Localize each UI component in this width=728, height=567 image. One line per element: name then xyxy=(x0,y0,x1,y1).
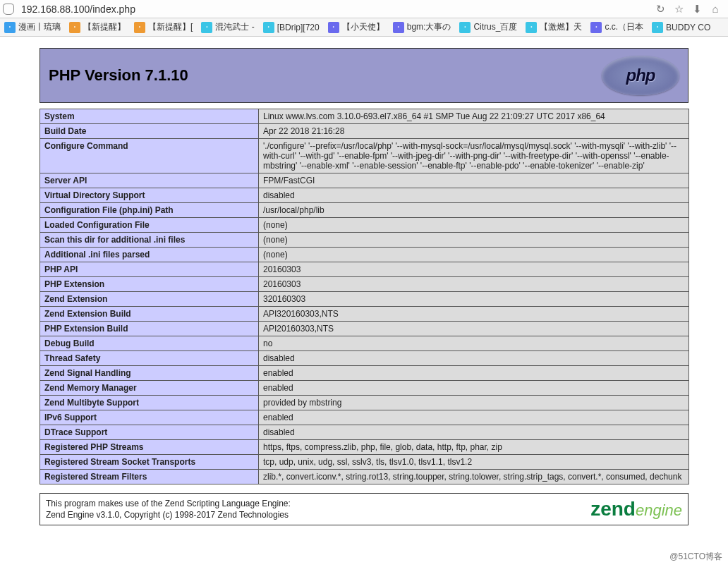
home-icon[interactable]: ⌂ xyxy=(710,4,721,15)
bookmark-label: 【新提醒】 xyxy=(83,21,126,33)
info-value: disabled xyxy=(259,188,689,203)
info-value: FPM/FastCGI xyxy=(259,173,689,188)
bookmark-star-icon[interactable]: ☆ xyxy=(673,4,684,15)
table-row: IPv6 Supportenabled xyxy=(40,410,689,425)
table-row: Server APIFPM/FastCGI xyxy=(40,173,689,188)
shield-icon[interactable] xyxy=(3,4,14,15)
bookmark-item[interactable]: ·【新提醒】[ xyxy=(130,21,197,33)
bookmark-item[interactable]: ·Citrus_百度 xyxy=(455,21,521,33)
info-value: API20160303,NTS xyxy=(259,322,689,336)
bookmark-label: 漫画丨琉璃 xyxy=(18,21,61,33)
phpinfo-container: PHP Version 7.1.10 php SystemLinux www.l… xyxy=(40,48,688,525)
bookmark-favicon: · xyxy=(69,22,80,33)
bookmark-favicon: · xyxy=(201,22,212,33)
bookmark-favicon: · xyxy=(526,22,537,33)
info-key: Loaded Configuration File xyxy=(40,218,259,233)
bookmarks-bar: ·漫画丨琉璃·【新提醒】·【新提醒】[·混沌武士 -·[BDrip][720·【… xyxy=(0,18,728,37)
bookmark-label: Citrus_百度 xyxy=(473,21,517,33)
table-row: Zend Signal Handlingenabled xyxy=(40,366,689,381)
table-row: Scan this dir for additional .ini files(… xyxy=(40,233,689,248)
bookmark-favicon: · xyxy=(263,22,274,33)
page-content: PHP Version 7.1.10 php SystemLinux www.l… xyxy=(0,37,728,525)
table-row: PHP API20160303 xyxy=(40,262,689,277)
table-row: Thread Safetydisabled xyxy=(40,351,689,366)
bookmark-item[interactable]: ·bgm:大事の xyxy=(389,21,456,33)
bookmark-label: c.c.（日本 xyxy=(605,21,643,33)
zend-text: This program makes use of the Zend Scrip… xyxy=(46,498,291,520)
info-value: no xyxy=(259,336,689,351)
info-key: Zend Multibyte Support xyxy=(40,396,259,410)
zend-logo: zendengine xyxy=(590,498,682,520)
info-value: 320160303 xyxy=(259,292,689,307)
info-key: Zend Extension xyxy=(40,292,259,307)
bookmark-favicon: · xyxy=(652,22,663,33)
bookmark-item[interactable]: ·【小天使】 xyxy=(324,21,389,33)
bookmark-favicon: · xyxy=(134,22,145,33)
bookmark-item[interactable]: ·[BDrip][720 xyxy=(259,22,324,33)
table-row: Zend Multibyte Supportprovided by mbstri… xyxy=(40,396,689,410)
bookmark-item[interactable]: ·混沌武士 - xyxy=(197,21,258,33)
info-value: Linux www.lvs.com 3.10.0-693.el7.x86_64 … xyxy=(259,109,689,124)
info-key: Server API xyxy=(40,173,259,188)
info-key: Zend Signal Handling xyxy=(40,366,259,381)
zend-box: This program makes use of the Zend Scrip… xyxy=(40,493,688,525)
table-row: Registered Stream Filterszlib.*, convert… xyxy=(40,470,689,484)
page-title: PHP Version 7.1.10 xyxy=(49,66,188,85)
browser-chrome: 192.168.88.100/index.php ↻ ☆ ⬇ ⌂ ·漫画丨琉璃·… xyxy=(0,0,728,525)
info-key: Debug Build xyxy=(40,336,259,351)
info-key: Registered Stream Filters xyxy=(40,470,259,484)
info-key: PHP Extension xyxy=(40,277,259,292)
info-key: PHP Extension Build xyxy=(40,322,259,336)
info-key: Registered PHP Streams xyxy=(40,440,259,455)
bookmark-favicon: · xyxy=(393,22,404,33)
info-value: zlib.*, convert.iconv.*, string.rot13, s… xyxy=(259,470,689,484)
zend-line2: Zend Engine v3.1.0, Copyright (c) 1998-2… xyxy=(46,509,291,520)
table-row: DTrace Supportdisabled xyxy=(40,425,689,440)
info-key: DTrace Support xyxy=(40,425,259,440)
table-row: Zend Extension BuildAPI320160303,NTS xyxy=(40,307,689,322)
info-value: (none) xyxy=(259,218,689,233)
info-value: tcp, udp, unix, udg, ssl, sslv3, tls, tl… xyxy=(259,455,689,470)
info-key: Virtual Directory Support xyxy=(40,188,259,203)
bookmark-label: [BDrip][720 xyxy=(277,23,320,32)
url-field[interactable]: 192.168.88.100/index.php xyxy=(18,2,650,16)
bookmark-item[interactable]: ·【激燃】天 xyxy=(521,21,586,33)
bookmark-label: 【新提醒】[ xyxy=(148,21,193,33)
phpinfo-header: PHP Version 7.1.10 php xyxy=(40,48,688,103)
table-row: Zend Memory Managerenabled xyxy=(40,381,689,396)
info-value: 20160303 xyxy=(259,262,689,277)
bookmark-item[interactable]: ·漫画丨琉璃 xyxy=(0,21,65,33)
info-key: PHP API xyxy=(40,262,259,277)
bookmark-item[interactable]: ·c.c.（日本 xyxy=(586,21,648,33)
bookmark-label: 【激燃】天 xyxy=(540,21,582,33)
bookmark-item[interactable]: ·【新提醒】 xyxy=(65,21,130,33)
info-key: Zend Memory Manager xyxy=(40,381,259,396)
address-bar-actions: ↻ ☆ ⬇ ⌂ xyxy=(650,4,725,15)
info-value: enabled xyxy=(259,366,689,381)
bookmark-label: 混沌武士 - xyxy=(215,21,254,33)
info-key: Zend Extension Build xyxy=(40,307,259,322)
bookmark-label: bgm:大事の xyxy=(407,21,451,33)
bookmark-favicon: · xyxy=(328,22,339,33)
bookmark-label: BUDDY CO xyxy=(666,23,710,32)
info-value: disabled xyxy=(259,351,689,366)
address-bar: 192.168.88.100/index.php ↻ ☆ ⬇ ⌂ xyxy=(0,0,728,18)
info-value: enabled xyxy=(259,410,689,425)
info-value: 20160303 xyxy=(259,277,689,292)
info-key: Scan this dir for additional .ini files xyxy=(40,233,259,248)
info-key: Configuration File (php.ini) Path xyxy=(40,203,259,218)
table-row: SystemLinux www.lvs.com 3.10.0-693.el7.x… xyxy=(40,109,689,124)
table-row: PHP Extension BuildAPI20160303,NTS xyxy=(40,322,689,336)
info-value: disabled xyxy=(259,425,689,440)
info-value: enabled xyxy=(259,381,689,396)
info-value: (none) xyxy=(259,233,689,248)
php-logo: php xyxy=(602,56,679,95)
info-value: Apr 22 2018 21:16:28 xyxy=(259,124,689,139)
table-row: Zend Extension320160303 xyxy=(40,292,689,307)
download-icon[interactable]: ⬇ xyxy=(691,4,703,15)
info-key: Thread Safety xyxy=(40,351,259,366)
bookmark-item[interactable]: ·BUDDY CO xyxy=(648,22,715,33)
info-value: (none) xyxy=(259,248,689,262)
reload-icon[interactable]: ↻ xyxy=(655,4,666,15)
bookmark-label: 【小天使】 xyxy=(342,21,384,33)
